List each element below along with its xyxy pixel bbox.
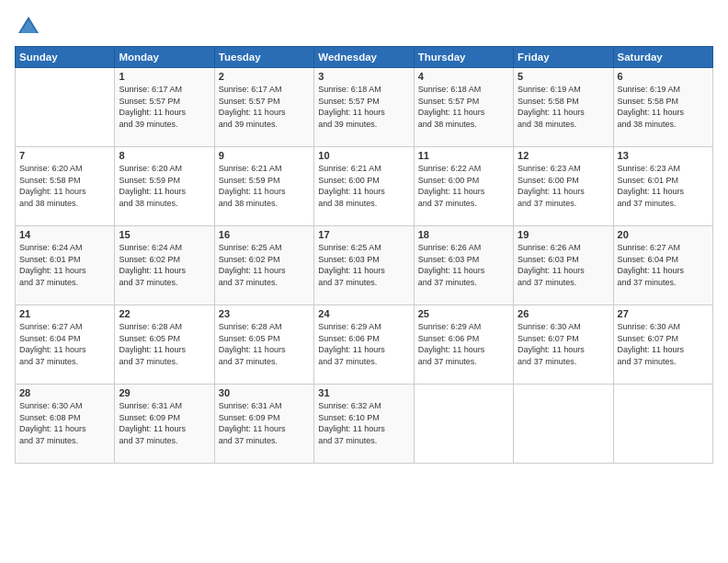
day-info: Sunrise: 6:20 AM Sunset: 5:59 PM Dayligh… xyxy=(119,163,210,209)
day-info: Sunrise: 6:28 AM Sunset: 6:05 PM Dayligh… xyxy=(119,321,210,367)
day-info: Sunrise: 6:25 AM Sunset: 6:03 PM Dayligh… xyxy=(318,242,409,288)
calendar-cell xyxy=(414,385,513,464)
calendar-week-1: 1Sunrise: 6:17 AM Sunset: 5:57 PM Daylig… xyxy=(16,68,713,147)
calendar-cell xyxy=(16,68,115,147)
day-info: Sunrise: 6:21 AM Sunset: 5:59 PM Dayligh… xyxy=(219,163,310,209)
calendar-header-monday: Monday xyxy=(115,47,214,68)
day-info: Sunrise: 6:31 AM Sunset: 6:09 PM Dayligh… xyxy=(119,400,210,446)
day-number: 11 xyxy=(418,150,509,161)
calendar-cell: 11Sunrise: 6:22 AM Sunset: 6:00 PM Dayli… xyxy=(414,147,513,226)
day-number: 23 xyxy=(219,308,310,319)
calendar-cell: 18Sunrise: 6:26 AM Sunset: 6:03 PM Dayli… xyxy=(414,226,513,305)
day-info: Sunrise: 6:28 AM Sunset: 6:05 PM Dayligh… xyxy=(219,321,310,367)
day-info: Sunrise: 6:18 AM Sunset: 5:57 PM Dayligh… xyxy=(418,84,509,130)
day-number: 6 xyxy=(618,71,709,82)
day-info: Sunrise: 6:23 AM Sunset: 6:00 PM Dayligh… xyxy=(518,163,609,209)
day-number: 21 xyxy=(19,308,110,319)
calendar-cell: 20Sunrise: 6:27 AM Sunset: 6:04 PM Dayli… xyxy=(613,226,712,305)
calendar-week-4: 21Sunrise: 6:27 AM Sunset: 6:04 PM Dayli… xyxy=(16,305,713,385)
calendar-cell: 17Sunrise: 6:25 AM Sunset: 6:03 PM Dayli… xyxy=(314,226,414,305)
day-info: Sunrise: 6:26 AM Sunset: 6:03 PM Dayligh… xyxy=(418,242,509,288)
calendar-week-2: 7Sunrise: 6:20 AM Sunset: 5:58 PM Daylig… xyxy=(16,147,713,226)
calendar-cell: 21Sunrise: 6:27 AM Sunset: 6:04 PM Dayli… xyxy=(16,305,115,385)
calendar-header-row: SundayMondayTuesdayWednesdayThursdayFrid… xyxy=(16,47,713,68)
calendar-header-wednesday: Wednesday xyxy=(314,47,414,68)
calendar-cell: 25Sunrise: 6:29 AM Sunset: 6:06 PM Dayli… xyxy=(414,305,513,385)
day-info: Sunrise: 6:27 AM Sunset: 6:04 PM Dayligh… xyxy=(19,321,110,367)
day-number: 25 xyxy=(418,308,509,319)
day-number: 9 xyxy=(219,150,310,161)
day-number: 3 xyxy=(318,71,409,82)
day-info: Sunrise: 6:29 AM Sunset: 6:06 PM Dayligh… xyxy=(418,321,509,367)
day-number: 8 xyxy=(119,150,210,161)
calendar-header-thursday: Thursday xyxy=(414,47,513,68)
calendar-cell: 5Sunrise: 6:19 AM Sunset: 5:58 PM Daylig… xyxy=(514,68,613,147)
day-number: 15 xyxy=(119,229,210,240)
day-info: Sunrise: 6:27 AM Sunset: 6:04 PM Dayligh… xyxy=(618,242,709,288)
logo xyxy=(15,13,46,40)
calendar-cell: 15Sunrise: 6:24 AM Sunset: 6:02 PM Dayli… xyxy=(115,226,214,305)
day-info: Sunrise: 6:19 AM Sunset: 5:58 PM Dayligh… xyxy=(618,84,709,130)
day-info: Sunrise: 6:22 AM Sunset: 6:00 PM Dayligh… xyxy=(418,163,509,209)
day-number: 14 xyxy=(19,229,110,240)
calendar-table: SundayMondayTuesdayWednesdayThursdayFrid… xyxy=(15,46,713,464)
calendar-cell xyxy=(514,385,613,464)
day-number: 5 xyxy=(518,71,609,82)
day-number: 17 xyxy=(318,229,409,240)
calendar-cell: 30Sunrise: 6:31 AM Sunset: 6:09 PM Dayli… xyxy=(214,385,313,464)
calendar-cell: 6Sunrise: 6:19 AM Sunset: 5:58 PM Daylig… xyxy=(613,68,712,147)
logo-icon xyxy=(15,13,42,40)
day-number: 16 xyxy=(219,229,310,240)
day-number: 1 xyxy=(119,71,210,82)
calendar-cell: 7Sunrise: 6:20 AM Sunset: 5:58 PM Daylig… xyxy=(16,147,115,226)
day-number: 12 xyxy=(518,150,609,161)
day-number: 31 xyxy=(318,387,409,398)
calendar-cell: 27Sunrise: 6:30 AM Sunset: 6:07 PM Dayli… xyxy=(613,305,712,385)
day-info: Sunrise: 6:29 AM Sunset: 6:06 PM Dayligh… xyxy=(318,321,409,367)
day-info: Sunrise: 6:30 AM Sunset: 6:07 PM Dayligh… xyxy=(518,321,609,367)
day-number: 30 xyxy=(219,387,310,398)
calendar-cell: 10Sunrise: 6:21 AM Sunset: 6:00 PM Dayli… xyxy=(314,147,414,226)
calendar-header-tuesday: Tuesday xyxy=(214,47,313,68)
calendar-cell: 23Sunrise: 6:28 AM Sunset: 6:05 PM Dayli… xyxy=(214,305,313,385)
day-number: 24 xyxy=(318,308,409,319)
day-number: 28 xyxy=(19,387,110,398)
calendar-cell: 14Sunrise: 6:24 AM Sunset: 6:01 PM Dayli… xyxy=(16,226,115,305)
day-number: 18 xyxy=(418,229,509,240)
calendar-cell: 4Sunrise: 6:18 AM Sunset: 5:57 PM Daylig… xyxy=(414,68,513,147)
day-info: Sunrise: 6:19 AM Sunset: 5:58 PM Dayligh… xyxy=(518,84,609,130)
day-info: Sunrise: 6:24 AM Sunset: 6:01 PM Dayligh… xyxy=(19,242,110,288)
day-info: Sunrise: 6:25 AM Sunset: 6:02 PM Dayligh… xyxy=(219,242,310,288)
day-info: Sunrise: 6:30 AM Sunset: 6:08 PM Dayligh… xyxy=(19,400,110,446)
calendar-header-sunday: Sunday xyxy=(16,47,115,68)
day-number: 2 xyxy=(219,71,310,82)
day-info: Sunrise: 6:17 AM Sunset: 5:57 PM Dayligh… xyxy=(219,84,310,130)
day-number: 22 xyxy=(119,308,210,319)
day-number: 19 xyxy=(518,229,609,240)
calendar-cell: 26Sunrise: 6:30 AM Sunset: 6:07 PM Dayli… xyxy=(514,305,613,385)
day-info: Sunrise: 6:23 AM Sunset: 6:01 PM Dayligh… xyxy=(618,163,709,209)
calendar-cell: 2Sunrise: 6:17 AM Sunset: 5:57 PM Daylig… xyxy=(214,68,313,147)
day-number: 27 xyxy=(618,308,709,319)
day-info: Sunrise: 6:17 AM Sunset: 5:57 PM Dayligh… xyxy=(119,84,210,130)
day-number: 20 xyxy=(618,229,709,240)
day-info: Sunrise: 6:30 AM Sunset: 6:07 PM Dayligh… xyxy=(618,321,709,367)
calendar-cell: 16Sunrise: 6:25 AM Sunset: 6:02 PM Dayli… xyxy=(214,226,313,305)
header xyxy=(15,13,713,40)
calendar-header-saturday: Saturday xyxy=(613,47,712,68)
calendar-cell: 9Sunrise: 6:21 AM Sunset: 5:59 PM Daylig… xyxy=(214,147,313,226)
day-info: Sunrise: 6:21 AM Sunset: 6:00 PM Dayligh… xyxy=(318,163,409,209)
calendar-cell: 1Sunrise: 6:17 AM Sunset: 5:57 PM Daylig… xyxy=(115,68,214,147)
day-info: Sunrise: 6:20 AM Sunset: 5:58 PM Dayligh… xyxy=(19,163,110,209)
calendar-cell: 3Sunrise: 6:18 AM Sunset: 5:57 PM Daylig… xyxy=(314,68,414,147)
calendar-cell: 24Sunrise: 6:29 AM Sunset: 6:06 PM Dayli… xyxy=(314,305,414,385)
day-info: Sunrise: 6:24 AM Sunset: 6:02 PM Dayligh… xyxy=(119,242,210,288)
page: SundayMondayTuesdayWednesdayThursdayFrid… xyxy=(0,0,728,563)
day-info: Sunrise: 6:18 AM Sunset: 5:57 PM Dayligh… xyxy=(318,84,409,130)
calendar-cell: 12Sunrise: 6:23 AM Sunset: 6:00 PM Dayli… xyxy=(514,147,613,226)
calendar-cell: 8Sunrise: 6:20 AM Sunset: 5:59 PM Daylig… xyxy=(115,147,214,226)
calendar-cell: 19Sunrise: 6:26 AM Sunset: 6:03 PM Dayli… xyxy=(514,226,613,305)
day-info: Sunrise: 6:31 AM Sunset: 6:09 PM Dayligh… xyxy=(219,400,310,446)
day-number: 7 xyxy=(19,150,110,161)
day-number: 26 xyxy=(518,308,609,319)
